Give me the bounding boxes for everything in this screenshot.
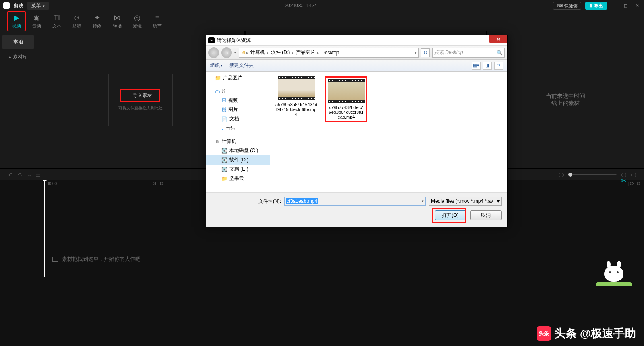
subtab-library[interactable]: 素材库 bbox=[0, 49, 36, 64]
dialog-body: 📁产品图片 🗃库 🎞视频 🖼图片 📄文档 ♪音乐 🖥计算机 💽本地磁盘 (C:)… bbox=[206, 72, 507, 192]
crumb-folder1[interactable]: 产品图片 bbox=[295, 49, 316, 56]
cancel-button[interactable]: 取消 bbox=[470, 210, 502, 220]
zoom-fit-button[interactable] bbox=[631, 173, 636, 177]
view-mode-button[interactable]: ▦▾ bbox=[472, 62, 481, 70]
tab-text[interactable]: TI文本 bbox=[47, 12, 66, 31]
doc-icon: 📄 bbox=[221, 116, 227, 122]
breadcrumb[interactable]: 🖥 ▸ 计算机▸ 软件 (D:)▸ 产品图片▸ Desktop ▾ bbox=[239, 48, 419, 58]
ruler-tick-1: 30:00 bbox=[153, 181, 163, 186]
search-placeholder: 搜索 Desktop bbox=[434, 49, 463, 56]
folder-icon: 🖥 bbox=[241, 50, 246, 56]
video-icon: ▶ bbox=[8, 13, 25, 22]
new-folder-button[interactable]: 新建文件夹 bbox=[229, 62, 254, 69]
drive-icon: 💽 bbox=[221, 167, 227, 172]
menu-button[interactable]: 菜单 bbox=[27, 2, 49, 10]
tab-transition[interactable]: ⋈转场 bbox=[108, 12, 126, 31]
drive-icon: 💽 bbox=[221, 157, 227, 163]
export-button[interactable]: ⇧ 导出 bbox=[585, 2, 607, 10]
shortcut-button[interactable]: ⌨ 快捷键 bbox=[553, 2, 581, 10]
folder-icon: 📁 bbox=[221, 176, 227, 181]
open-button[interactable]: 打开(O) bbox=[435, 210, 466, 220]
nav-forward-button[interactable]: → bbox=[221, 47, 232, 58]
watermark-author: @极速手助 bbox=[580, 326, 636, 341]
help-button[interactable]: ? bbox=[494, 62, 503, 70]
file-item-2[interactable]: c79b774328dec76eb3b04c8ccf3a1eab.mp4 bbox=[325, 76, 367, 122]
scissors-icon: ✂ bbox=[621, 177, 626, 185]
filename-label: 文件名(N): bbox=[258, 198, 281, 205]
minimize-button[interactable]: — bbox=[611, 3, 618, 8]
redo-button[interactable]: ↷ bbox=[18, 172, 23, 178]
dialog-close-button[interactable]: ✕ bbox=[489, 35, 507, 43]
import-button[interactable]: + 导入素材 bbox=[120, 89, 160, 102]
close-button[interactable]: ✕ bbox=[634, 3, 641, 8]
tree-cdrive[interactable]: 💽本地磁盘 (C:) bbox=[206, 146, 270, 155]
subtab-local[interactable]: 本地 bbox=[2, 35, 34, 49]
folder-icon: 📁 bbox=[215, 75, 221, 81]
dialog-nav: ← → ▾ 🖥 ▸ 计算机▸ 软件 (D:)▸ 产品图片▸ Desktop ▾ … bbox=[206, 46, 507, 60]
mascot-icon bbox=[596, 266, 632, 290]
delete-button[interactable]: ▭ bbox=[35, 172, 41, 178]
audio-icon: ◉ bbox=[27, 13, 46, 22]
organize-menu[interactable]: 组织 bbox=[210, 62, 222, 69]
effects-icon: ✦ bbox=[88, 13, 106, 22]
media-subtabs: 本地 素材库 bbox=[0, 31, 36, 168]
maximize-button[interactable]: ◻ bbox=[622, 3, 630, 8]
tree-docs[interactable]: 📄文档 bbox=[206, 114, 270, 124]
split-button[interactable]: ⌁ bbox=[27, 172, 31, 178]
zoom-in-button[interactable] bbox=[621, 173, 626, 177]
dialog-titlebar[interactable]: ✂ 请选择媒体资源 ✕ bbox=[206, 35, 507, 46]
tool-tabs: ▶视频 ◉音频 TI文本 ☺贴纸 ✦特效 ⋈转场 ◎滤镜 ≡调节 bbox=[0, 11, 644, 31]
filename-input[interactable]: cf3a1eab.mp4 bbox=[284, 197, 426, 206]
watermark: 头条 头条 @极速手助 bbox=[537, 326, 636, 341]
dialog-app-icon: ✂ bbox=[208, 37, 215, 43]
computer-icon: 🖥 bbox=[215, 139, 220, 144]
tab-effects[interactable]: ✦特效 bbox=[88, 12, 106, 31]
tree-library[interactable]: 🗃库 bbox=[206, 86, 270, 96]
file-item-1[interactable]: a5769a8a64b45434df9f7150decfd68e.mp4 bbox=[275, 76, 317, 117]
property-panel: 当前未选中时间 线上的素材 bbox=[487, 31, 644, 168]
tab-audio[interactable]: ◉音频 bbox=[27, 12, 46, 31]
text-icon: TI bbox=[47, 14, 66, 22]
tree-product[interactable]: 📁产品图片 bbox=[206, 73, 270, 82]
zoom-out-button[interactable] bbox=[559, 173, 564, 177]
zoom-slider[interactable] bbox=[568, 174, 617, 175]
tree-edrive[interactable]: 💽文档 (E:) bbox=[206, 165, 270, 174]
dialog-title: 请选择媒体资源 bbox=[217, 37, 251, 44]
refresh-button[interactable]: ↻ bbox=[421, 48, 430, 57]
tree-ddrive[interactable]: 💽软件 (D:) bbox=[206, 155, 270, 165]
crumb-drive[interactable]: 软件 (D:) bbox=[270, 49, 291, 56]
magnet-icon[interactable]: ⊏⊐ bbox=[544, 172, 554, 178]
import-box: + 导入素材 可将文件直接拖入到此处 bbox=[108, 74, 173, 126]
tab-video[interactable]: ▶视频 bbox=[7, 11, 26, 31]
folder-tree[interactable]: 📁产品图片 🗃库 🎞视频 🖼图片 📄文档 ♪音乐 🖥计算机 💽本地磁盘 (C:)… bbox=[206, 72, 270, 192]
video-icon: 🎞 bbox=[221, 98, 226, 103]
tree-videos[interactable]: 🎞视频 bbox=[206, 96, 270, 105]
tab-adjust[interactable]: ≡调节 bbox=[148, 12, 167, 31]
search-icon: 🔍 bbox=[464, 50, 503, 56]
tree-nuts[interactable]: 📁坚果云 bbox=[206, 174, 270, 183]
file-list[interactable]: a5769a8a64b45434df9f7150decfd68e.mp4 c79… bbox=[270, 72, 507, 192]
tree-images[interactable]: 🖼图片 bbox=[206, 105, 270, 114]
file-filter-select[interactable]: Media files (*.mov *.mp4 *.av▾ bbox=[429, 197, 502, 206]
tab-filter[interactable]: ◎滤镜 bbox=[128, 12, 147, 31]
file-name: a5769a8a64b45434df9f7150decfd68e.mp4 bbox=[275, 102, 317, 117]
title-bar: 剪映 菜单 202103011424 ⌨ 快捷键 ⇧ 导出 — ◻ ✕ bbox=[0, 0, 644, 11]
app-logo-icon bbox=[3, 2, 10, 9]
preview-pane-button[interactable]: ◨ bbox=[483, 62, 492, 70]
toutiao-logo-icon: 头条 bbox=[537, 326, 551, 341]
video-thumbnail-icon bbox=[278, 76, 315, 100]
crumb-folder2[interactable]: Desktop bbox=[320, 50, 340, 56]
library-icon: 🗃 bbox=[215, 89, 220, 94]
search-input[interactable]: 搜索 Desktop 🔍 bbox=[432, 48, 505, 58]
tree-music[interactable]: ♪音乐 bbox=[206, 124, 270, 133]
playhead[interactable] bbox=[44, 180, 45, 277]
tab-sticker[interactable]: ☺贴纸 bbox=[68, 12, 86, 31]
transition-icon: ⋈ bbox=[108, 13, 126, 22]
import-hint: 可将文件直接拖入到此处 bbox=[118, 105, 163, 111]
crumb-computer[interactable]: 计算机 bbox=[249, 49, 266, 56]
nav-history-dropdown[interactable]: ▾ bbox=[234, 51, 236, 55]
tree-computer[interactable]: 🖥计算机 bbox=[206, 137, 270, 146]
sticker-icon: ☺ bbox=[68, 14, 86, 22]
nav-back-button[interactable]: ← bbox=[208, 47, 219, 58]
undo-button[interactable]: ↶ bbox=[8, 172, 13, 178]
